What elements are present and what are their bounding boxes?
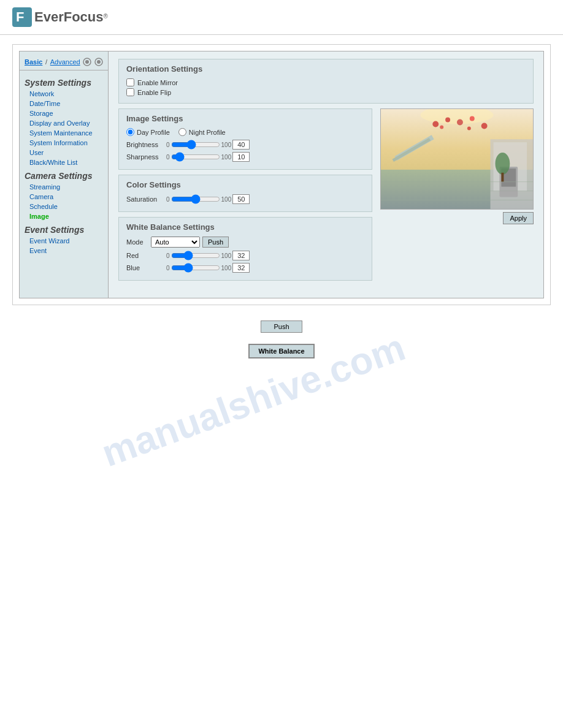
night-profile-label[interactable]: Night Profile <box>178 128 226 136</box>
sidebar-item-datetime[interactable]: Date/Time <box>20 99 108 108</box>
system-settings-title: System Settings <box>20 74 108 89</box>
svg-point-15 <box>467 126 471 130</box>
sharpness-slider[interactable] <box>171 154 220 160</box>
mode-label: Mode <box>126 238 151 246</box>
nav-separator: / <box>45 58 47 66</box>
brightness-min: 0 <box>166 142 170 148</box>
blue-min: 0 <box>166 265 170 271</box>
saturation-value: 50 <box>232 194 250 204</box>
brightness-label: Brightness <box>126 141 166 148</box>
day-profile-label[interactable]: Day Profile <box>126 128 170 136</box>
red-min: 0 <box>166 252 170 259</box>
white-balance-section: White Balance Settings Mode Auto Manual … <box>118 217 372 281</box>
basic-link[interactable]: Basic <box>25 58 42 66</box>
sidebar-item-streaming[interactable]: Streaming <box>20 182 108 192</box>
logo-icon: F <box>12 7 32 27</box>
blue-label: Blue <box>126 264 166 271</box>
svg-point-22 <box>495 153 510 175</box>
sidebar-top: Basic / Advanced <box>20 56 108 70</box>
enable-mirror-checkbox[interactable] <box>126 78 134 86</box>
enable-mirror-label: Enable Mirror <box>137 79 178 86</box>
red-slider[interactable] <box>171 252 220 259</box>
event-settings-title: Event Settings <box>20 221 108 236</box>
svg-rect-23 <box>501 173 504 182</box>
sidebar-item-camera[interactable]: Camera <box>20 192 108 202</box>
logo-text: EverFocus® <box>34 9 108 25</box>
blue-slider[interactable] <box>171 265 220 271</box>
red-max: 100 <box>221 252 232 259</box>
saturation-row: Saturation 0 100 50 <box>126 194 364 204</box>
page-container: Basic / Advanced System Settings Network… <box>0 35 563 368</box>
enable-flip-row: Enable Flip <box>126 88 526 96</box>
outer-box: Basic / Advanced System Settings Network… <box>12 44 551 305</box>
svg-point-12 <box>470 116 475 121</box>
svg-point-5 <box>97 60 101 64</box>
logo: F EverFocus® <box>12 7 551 27</box>
orientation-title: Orientation Settings <box>126 64 526 74</box>
saturation-label: Saturation <box>126 195 166 203</box>
image-settings-title: Image Settings <box>126 114 364 123</box>
advanced-link[interactable]: Advanced <box>50 58 80 66</box>
svg-point-14 <box>440 125 443 129</box>
saturation-min: 0 <box>166 196 170 203</box>
sharpness-max: 100 <box>221 154 232 161</box>
red-label: Red <box>126 252 166 259</box>
image-settings-section: Image Settings Day Profile Night Profile <box>118 108 372 170</box>
main-content: Orientation Settings Enable Mirror Enabl… <box>109 51 543 298</box>
sidebar-item-display[interactable]: Display and Overlay <box>20 118 108 128</box>
sidebar-item-storage[interactable]: Storage <box>20 108 108 118</box>
sidebar-item-eventwizard[interactable]: Event Wizard <box>20 236 108 246</box>
red-row: Red 0 100 32 <box>126 251 364 260</box>
sidebar-item-user[interactable]: User <box>20 148 108 157</box>
svg-point-13 <box>481 123 488 129</box>
sidebar-item-image[interactable]: Image <box>20 211 108 221</box>
svg-point-11 <box>457 119 463 126</box>
color-settings-title: Color Settings <box>126 180 364 189</box>
sidebar-item-schedule[interactable]: Schedule <box>20 202 108 211</box>
profile-row: Day Profile Night Profile <box>126 128 364 136</box>
svg-point-3 <box>85 60 89 64</box>
inner-panel: Basic / Advanced System Settings Network… <box>19 51 544 298</box>
push-standalone-button[interactable]: Push <box>261 320 302 333</box>
sharpness-row: Sharpness 0 100 10 <box>126 152 364 162</box>
day-profile-radio[interactable] <box>126 128 134 136</box>
saturation-slider[interactable] <box>171 196 220 202</box>
orientation-body: Enable Mirror Enable Flip <box>126 78 526 98</box>
blue-row: Blue 0 100 32 <box>126 263 364 273</box>
header: F EverFocus® <box>0 0 563 35</box>
svg-point-9 <box>432 121 439 127</box>
sidebar-item-network[interactable]: Network <box>20 89 108 99</box>
push-button-mode[interactable]: Push <box>202 237 229 248</box>
red-value: 32 <box>232 251 250 260</box>
sharpness-min: 0 <box>166 154 170 161</box>
mode-row: Mode Auto Manual ATW Push <box>126 237 364 248</box>
svg-text:F: F <box>16 9 24 25</box>
sidebar-item-event[interactable]: Event <box>20 246 108 256</box>
night-profile-radio[interactable] <box>178 128 186 136</box>
brightness-value: 40 <box>232 140 250 150</box>
blue-max: 100 <box>221 265 232 271</box>
orientation-section: Orientation Settings Enable Mirror Enabl… <box>118 59 534 104</box>
sharpness-value: 10 <box>232 152 250 162</box>
svg-point-10 <box>445 118 450 123</box>
enable-flip-label: Enable Flip <box>137 89 171 96</box>
sidebar-item-bwlist[interactable]: Black/White List <box>20 157 108 167</box>
mode-select[interactable]: Auto Manual ATW <box>151 237 200 248</box>
blue-value: 32 <box>232 263 250 273</box>
camera-preview <box>380 108 534 210</box>
enable-flip-checkbox[interactable] <box>126 88 134 96</box>
white-balance-title: White Balance Settings <box>126 222 364 232</box>
camera-settings-title: Camera Settings <box>20 167 108 182</box>
settings-icon-right <box>94 58 103 66</box>
brightness-row: Brightness 0 100 40 <box>126 140 364 150</box>
white-balance-button[interactable]: White Balance <box>248 344 314 358</box>
sidebar-item-maintenance[interactable]: System Maintenance <box>20 128 108 138</box>
sidebar-item-sysinfo[interactable]: System Information <box>20 138 108 148</box>
apply-button[interactable]: Apply <box>503 212 534 224</box>
color-settings-section: Color Settings Saturation 0 100 50 <box>118 175 372 212</box>
brightness-max: 100 <box>221 142 232 148</box>
settings-icon-left <box>83 58 91 66</box>
brightness-slider[interactable] <box>171 142 220 148</box>
bottom-section: Push White Balance <box>12 314 551 358</box>
sidebar: Basic / Advanced System Settings Network… <box>20 51 109 298</box>
